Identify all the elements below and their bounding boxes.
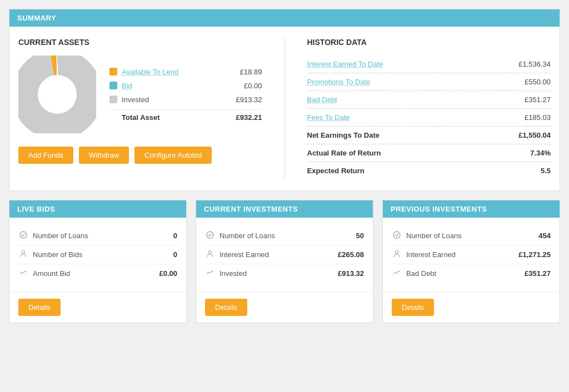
- summary-card: SUMMARY CURRENT ASSETS: [9, 9, 560, 191]
- svg-point-2: [38, 75, 77, 114]
- previous-investments-label-2: Bad Debt: [406, 269, 520, 278]
- summary-content: CURRENT ASSETS: [18, 38, 551, 179]
- live-bids-row-1: Number of Bids 0: [18, 245, 177, 264]
- total-label: Total Asset: [109, 113, 224, 122]
- historic-label-4: Net Earnings To Date: [307, 131, 380, 139]
- summary-header: SUMMARY: [9, 9, 560, 27]
- bottom-cards-grid: LIVE BIDS Number of Loans 0 Number of Bi…: [9, 200, 560, 323]
- previous-investments-value-1: £1,271.25: [518, 250, 551, 259]
- historic-value-4: £1,550.04: [518, 131, 551, 139]
- current-investments-details-button[interactable]: Details: [205, 299, 247, 316]
- svg-point-5: [22, 251, 25, 254]
- check-icon-1: [205, 231, 215, 240]
- chart-icon-2: [392, 269, 402, 278]
- person-icon-0: [18, 250, 28, 259]
- historic-label-2[interactable]: Bad Debt: [307, 96, 337, 104]
- historic-row-4: Net Earnings To Date £1,550.04: [307, 127, 551, 144]
- pie-chart-container: [18, 56, 96, 133]
- summary-title: SUMMARY: [17, 14, 56, 22]
- legend-value-invested: £913.32: [229, 96, 262, 104]
- previous-investments-label-0: Number of Loans: [406, 232, 534, 240]
- live-bids-value-1: 0: [173, 250, 177, 259]
- person-icon-1: [205, 250, 215, 259]
- configure-autobid-button[interactable]: Configure Autobid: [134, 147, 212, 164]
- svg-point-7: [209, 251, 212, 254]
- historic-row-1: Promotions To Date £550.00: [307, 73, 551, 91]
- legend-dot-bid: [109, 82, 117, 89]
- legend-label-available[interactable]: Available To Lend: [122, 68, 224, 76]
- current-investments-details-area: Details: [196, 292, 373, 323]
- historic-row-5: Actual Rate of Return 7.34%: [307, 144, 551, 162]
- historic-value-1: £550.00: [525, 78, 551, 86]
- historic-value-3: £185.03: [525, 113, 551, 122]
- historic-label-0[interactable]: Interest Earned To Date: [307, 60, 383, 68]
- current-investments-body: Number of Loans 50 Interest Earned £265.…: [196, 218, 373, 292]
- legend-dot-invested: [109, 96, 117, 103]
- add-funds-button[interactable]: Add Funds: [18, 147, 73, 164]
- current-investments-label-0: Number of Loans: [219, 232, 352, 240]
- legend-value-bid: £0.00: [229, 82, 262, 90]
- live-bids-details-button[interactable]: Details: [18, 299, 61, 316]
- live-bids-card: LIVE BIDS Number of Loans 0 Number of Bi…: [9, 200, 187, 323]
- historic-label-1[interactable]: Promotions To Date: [307, 78, 371, 86]
- total-row: Total Asset £932.21: [109, 109, 262, 122]
- current-investments-row-0: Number of Loans 50: [205, 227, 364, 245]
- live-bids-label-0: Number of Loans: [33, 232, 169, 240]
- total-value: £932.21: [229, 113, 262, 122]
- previous-investments-value-0: 454: [538, 232, 551, 240]
- legend-row-invested: Invested £913.32: [109, 96, 262, 104]
- historic-data-section: HISTORIC DATA Interest Earned To Date £1…: [307, 38, 551, 179]
- chart-icon-1: [205, 269, 215, 278]
- legend-dot-available: [109, 68, 117, 76]
- action-buttons: Add Funds Withdraw Configure Autobid: [18, 147, 262, 164]
- previous-investments-card: PREVIOUS INVESTMENTS Number of Loans 454…: [382, 200, 560, 323]
- live-bids-title: LIVE BIDS: [17, 205, 55, 213]
- current-investments-row-1: Interest Earned £265.08: [205, 245, 364, 264]
- chart-icon-0: [18, 269, 28, 278]
- historic-label-6: Expected Return: [307, 167, 365, 175]
- person-icon-2: [392, 250, 402, 259]
- previous-investments-value-2: £351.27: [525, 269, 551, 278]
- live-bids-header: LIVE BIDS: [9, 200, 186, 218]
- historic-data-title: HISTORIC DATA: [307, 38, 551, 47]
- current-assets-title: CURRENT ASSETS: [18, 38, 262, 47]
- legend-value-available: £18.89: [229, 68, 262, 76]
- current-investments-row-2: Invested £913.32: [205, 264, 364, 283]
- current-investments-title: CURRENT INVESTMENTS: [204, 205, 298, 213]
- current-investments-value-2: £913.32: [338, 269, 364, 278]
- previous-investments-title: PREVIOUS INVESTMENTS: [391, 205, 487, 213]
- summary-body: CURRENT ASSETS: [9, 27, 560, 190]
- previous-investments-details-area: Details: [383, 292, 560, 323]
- current-assets-section: CURRENT ASSETS: [18, 38, 262, 179]
- live-bids-details-area: Details: [9, 292, 186, 323]
- historic-row-2: Bad Debt £351.27: [307, 91, 551, 109]
- current-investments-label-1: Interest Earned: [219, 250, 333, 259]
- historic-value-2: £351.27: [525, 96, 551, 104]
- svg-point-9: [396, 251, 398, 254]
- legend-table: Available To Lend £18.89 Bid £0.00 Inves…: [109, 68, 262, 122]
- withdraw-button[interactable]: Withdraw: [79, 147, 129, 164]
- legend-row-available: Available To Lend £18.89: [109, 68, 262, 76]
- historic-value-0: £1,536.34: [518, 60, 551, 68]
- previous-investments-row-0: Number of Loans 454: [392, 227, 551, 245]
- check-icon-0: [18, 231, 28, 240]
- live-bids-value-2: £0.00: [159, 269, 177, 278]
- current-investments-value-1: £265.08: [338, 250, 364, 259]
- historic-label-5: Actual Rate of Return: [307, 149, 381, 157]
- historic-value-5: 7.34%: [530, 149, 551, 157]
- previous-investments-details-button[interactable]: Details: [392, 299, 434, 316]
- live-bids-row-2: Amount Bid £0.00: [18, 264, 177, 283]
- current-investments-value-0: 50: [356, 232, 364, 240]
- historic-value-6: 5.5: [541, 167, 551, 175]
- live-bids-row-0: Number of Loans 0: [18, 227, 177, 245]
- previous-investments-row-1: Interest Earned £1,271.25: [392, 245, 551, 264]
- current-investments-header: CURRENT INVESTMENTS: [196, 200, 373, 218]
- assets-content: Available To Lend £18.89 Bid £0.00 Inves…: [18, 56, 262, 133]
- previous-investments-body: Number of Loans 454 Interest Earned £1,2…: [383, 218, 560, 292]
- historic-row-0: Interest Earned To Date £1,536.34: [307, 56, 551, 73]
- live-bids-label-1: Number of Bids: [33, 250, 169, 259]
- legend-label-bid[interactable]: Bid: [122, 82, 224, 90]
- legend-label-invested: Invested: [122, 96, 224, 104]
- historic-row-6: Expected Return 5.5: [307, 162, 551, 179]
- historic-label-3[interactable]: Fees To Date: [307, 113, 350, 122]
